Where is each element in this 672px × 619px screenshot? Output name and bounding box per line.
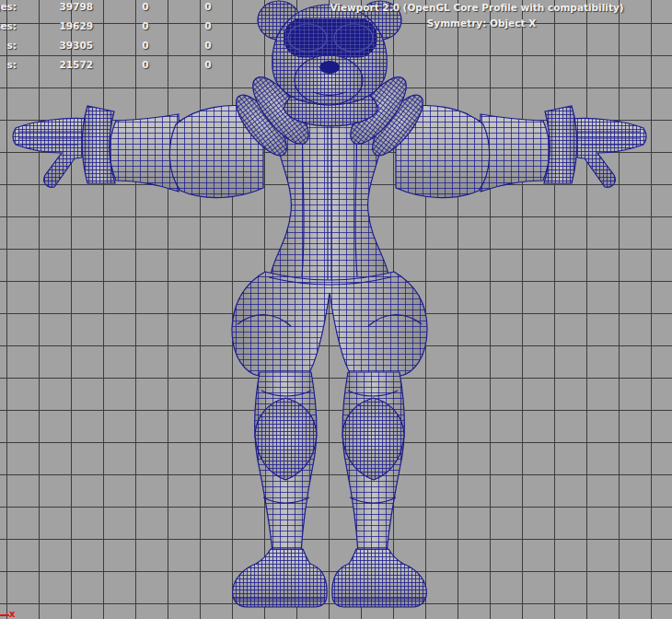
right-leg (332, 372, 427, 607)
x-axis-indicator: x (0, 604, 37, 619)
goggles (284, 18, 377, 57)
nose (319, 61, 340, 74)
maya-3d-viewport[interactable]: ges: 39798 0 0 ces: 19629 0 0 s: 39305 0… (0, 0, 672, 619)
character-wireframe-model[interactable] (0, 0, 672, 619)
right-arm (396, 106, 646, 198)
left-leg (233, 372, 328, 607)
muzzle (295, 55, 363, 105)
x-axis-line (0, 614, 9, 616)
x-axis-label: x (9, 609, 15, 619)
shorts (232, 272, 427, 376)
left-arm (13, 106, 263, 198)
